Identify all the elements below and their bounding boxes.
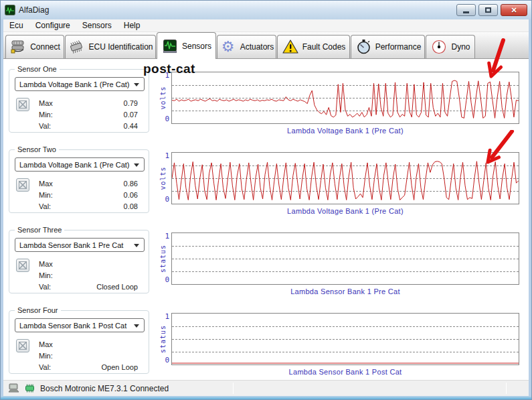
y-axis-min-tick: 0 [160, 356, 169, 364]
chevron-down-icon [134, 83, 139, 86]
y-axis-min-tick: 0 [160, 115, 169, 123]
disabled-graph-icon [19, 342, 27, 350]
tab-label: Sensors [182, 42, 211, 51]
selected-option: Lambda Voltage Bank 1 (Pre Cat) [19, 80, 129, 88]
chart-title: Lambda Sensor Bank 1 Pre Cat [171, 287, 519, 295]
sensor-three-select[interactable]: Lambda Sensor Bank 1 Pre Cat [15, 238, 145, 252]
minimize-icon [463, 11, 469, 13]
gauge-icon [430, 39, 448, 55]
chart-plot-area [171, 72, 519, 124]
chevron-down-icon [134, 244, 139, 247]
app-window: AlfaDiag ✕ Ecu Configure Sensors Help [0, 0, 532, 400]
tab-performance[interactable]: Performance [351, 35, 425, 58]
tab-connect[interactable]: Connect [5, 35, 64, 58]
statusbar: Bosch Motronic ME7.3.1 Connected [3, 380, 529, 396]
oscilloscope-icon [161, 38, 179, 54]
menu-configure[interactable]: Configure [29, 19, 76, 31]
tab-label: Dyno [451, 42, 470, 52]
graph-toggle-button[interactable] [16, 339, 29, 352]
connection-status: Bosch Motronic ME7.3.1 Connected [40, 384, 169, 393]
tab-fault-codes[interactable]: Fault Codes [277, 35, 350, 58]
groupbox-legend: Sensor Two [15, 145, 59, 153]
disabled-graph-icon [19, 181, 27, 189]
chart-sensor-four: 1 status 0 Lambda Sensor Bank 1 Post Cat [160, 313, 521, 380]
chart-title: Lambda Sensor Bank 1 Post Cat [171, 368, 519, 376]
min-label: Min: [39, 191, 53, 199]
max-label: Max [39, 180, 53, 188]
val-value: 0.44 [124, 122, 138, 130]
max-label: Max [39, 260, 53, 268]
val-label: Val: [39, 202, 51, 210]
sensor-one-select[interactable]: Lambda Voltage Bank 1 (Pre Cat) [15, 77, 145, 91]
menu-sensors[interactable]: Sensors [76, 19, 118, 31]
sensor-one-panel: Sensor One Lambda Voltage Bank 1 (Pre Ca… [9, 69, 149, 133]
maximize-button[interactable] [478, 4, 498, 16]
val-label: Val: [39, 363, 51, 371]
menu-ecu[interactable]: Ecu [3, 19, 29, 31]
chip-icon [68, 39, 85, 55]
min-value: 0.06 [124, 191, 138, 199]
chart-title: Lambda Voltage Bank 1 (Pre Cat) [171, 127, 519, 135]
chevron-down-icon [134, 324, 139, 328]
val-value: 0.08 [124, 202, 138, 210]
close-icon: ✕ [511, 6, 517, 15]
y-axis-min-tick: 0 [160, 275, 169, 284]
chart-plot-area [171, 232, 519, 285]
tab-toolbar: Connect ECU Identification [3, 32, 529, 59]
groupbox-legend: Sensor Three [15, 226, 64, 234]
trace-line [172, 233, 519, 284]
menu-help[interactable]: Help [118, 19, 147, 31]
max-label: Max [39, 340, 53, 348]
sensor-three-panel: Sensor Three Lambda Sensor Bank 1 Pre Ca… [9, 230, 149, 293]
gear-icon: ⚙ [219, 39, 237, 55]
tab-label: Performance [375, 42, 422, 52]
chevron-down-icon [134, 163, 139, 167]
graph-toggle-button[interactable] [16, 178, 29, 192]
sensor-two-select[interactable]: Lambda Voltage Bank 1 (Pre Cat) [15, 157, 145, 172]
connector-icon [9, 39, 27, 55]
val-label: Val: [39, 283, 51, 291]
selected-option: Lambda Sensor Bank 1 Post Cat [19, 322, 126, 330]
y-axis-min-tick: 0 [160, 195, 169, 204]
min-value: 0.07 [124, 111, 138, 119]
graph-toggle-button[interactable] [16, 98, 29, 111]
selected-option: Lambda Voltage Bank 1 (Pre Cat) [19, 161, 129, 169]
client-area: Sensor One Lambda Voltage Bank 1 (Pre Ca… [3, 59, 529, 380]
tab-label: Connect [30, 42, 60, 52]
selected-option: Lambda Sensor Bank 1 Pre Cat [19, 241, 123, 249]
tab-sensors[interactable]: Sensors [157, 32, 216, 59]
tab-actuators[interactable]: ⚙ Actuators [217, 35, 276, 58]
titlebar: AlfaDiag ✕ [1, 1, 531, 19]
max-label: Max [39, 99, 53, 107]
min-label: Min: [39, 111, 53, 119]
maximize-icon [485, 7, 491, 13]
disabled-graph-icon [19, 261, 27, 269]
chart-sensor-two: 1 volts 0 Lambda Voltage Bank 1 (Pre Cat… [160, 152, 521, 219]
sensor-four-select[interactable]: Lambda Sensor Bank 1 Post Cat [15, 318, 145, 332]
minimize-button[interactable] [456, 4, 476, 16]
chart-plot-area [171, 152, 519, 204]
max-value: 0.86 [124, 180, 138, 188]
val-value: Closed Loop [96, 283, 138, 291]
tab-label: Fault Codes [302, 42, 346, 52]
max-value: 0.79 [124, 99, 138, 107]
close-button[interactable]: ✕ [501, 4, 527, 16]
window-frame-bottom [1, 396, 531, 399]
graph-toggle-button[interactable] [16, 259, 29, 272]
groupbox-legend: Sensor Four [15, 306, 61, 314]
stopwatch-icon [355, 39, 372, 55]
chart-sensor-one: 1 volts 0 Lambda Voltage Bank 1 (Pre Cat… [160, 72, 521, 139]
window-title: AlfaDiag [19, 5, 456, 15]
chart-plot-area [171, 313, 519, 365]
tab-ecu-identification[interactable]: ECU Identification [65, 35, 156, 58]
tab-label: Actuators [240, 42, 274, 52]
min-label: Min: [39, 352, 53, 360]
tab-dyno[interactable]: Dyno [426, 35, 475, 58]
min-label: Min: [39, 271, 53, 279]
disabled-graph-icon [19, 101, 27, 109]
val-value: Open Loop [102, 363, 138, 371]
tab-label: ECU Identification [88, 42, 153, 52]
ecu-chip-icon [24, 383, 35, 393]
trace-line [172, 72, 519, 123]
chart-title: Lambda Voltage Bank 1 (Pre Cat) [171, 207, 519, 215]
